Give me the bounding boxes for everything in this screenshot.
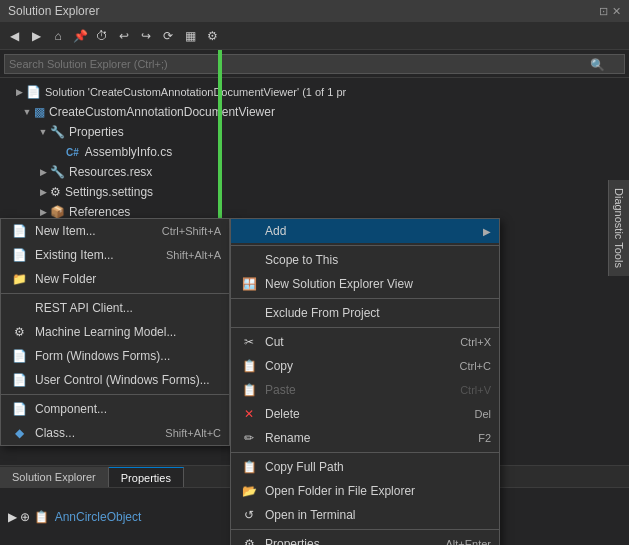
menu-item-scope-to-this[interactable]: Scope to This bbox=[231, 248, 499, 272]
new-se-view-icon: 🪟 bbox=[239, 277, 259, 291]
refresh-btn[interactable]: ⟳ bbox=[158, 26, 178, 46]
settings-icon: ⚙ bbox=[50, 185, 61, 199]
properties-shortcut: Alt+Enter bbox=[445, 538, 491, 545]
open-folder-label: Open Folder in File Explorer bbox=[265, 484, 491, 498]
separator bbox=[1, 394, 229, 395]
se-title: Solution Explorer bbox=[8, 4, 99, 18]
context-menu-left: 📄 New Item... Ctrl+Shift+A 📄 Existing It… bbox=[0, 218, 230, 446]
properties-icon: ⚙ bbox=[239, 537, 259, 545]
delete-shortcut: Del bbox=[474, 408, 491, 420]
menu-item-properties[interactable]: ⚙ Properties Alt+Enter bbox=[231, 532, 499, 545]
add-label: Add bbox=[265, 224, 475, 238]
rename-shortcut: F2 bbox=[478, 432, 491, 444]
menu-item-new-se-view[interactable]: 🪟 New Solution Explorer View bbox=[231, 272, 499, 296]
expand-icon: ▶ bbox=[12, 87, 26, 97]
folder-icon: 🔧 bbox=[50, 125, 65, 139]
menu-item-user-control[interactable]: 📄 User Control (Windows Forms)... bbox=[1, 368, 229, 392]
open-terminal-label: Open in Terminal bbox=[265, 508, 491, 522]
pin-icon[interactable]: ⊡ bbox=[599, 5, 608, 18]
menu-item-copy[interactable]: 📋 Copy Ctrl+C bbox=[231, 354, 499, 378]
tree-item[interactable]: ▼ ▩ CreateCustomAnnotationDocumentViewer bbox=[0, 102, 629, 122]
menu-item-add[interactable]: Add ▶ bbox=[231, 219, 499, 243]
redo-btn[interactable]: ↪ bbox=[136, 26, 156, 46]
tree-item[interactable]: ▶ ⚙ Settings.settings bbox=[0, 182, 629, 202]
menu-item-ml-model[interactable]: ⚙ Machine Learning Model... bbox=[1, 320, 229, 344]
view-btn[interactable]: ▦ bbox=[180, 26, 200, 46]
menu-item-new-folder[interactable]: 📁 New Folder bbox=[1, 267, 229, 291]
menu-item-rest-api[interactable]: REST API Client... bbox=[1, 296, 229, 320]
ml-icon: ⚙ bbox=[9, 325, 29, 339]
menu-item-windows-forms[interactable]: 📄 Form (Windows Forms)... bbox=[1, 344, 229, 368]
separator bbox=[231, 298, 499, 299]
tab-properties[interactable]: Properties bbox=[109, 467, 184, 487]
home-btn[interactable]: ⌂ bbox=[48, 26, 68, 46]
tree-item-label: References bbox=[69, 205, 130, 219]
new-se-view-label: New Solution Explorer View bbox=[265, 277, 491, 291]
tree-item[interactable]: ▼ 🔧 Properties bbox=[0, 122, 629, 142]
undo-btn[interactable]: ↩ bbox=[114, 26, 134, 46]
ann-circle-label: AnnCircleObject bbox=[55, 510, 142, 524]
existing-item-icon: 📄 bbox=[9, 248, 29, 262]
separator bbox=[231, 327, 499, 328]
references-icon: 📦 bbox=[50, 205, 65, 219]
close-icon[interactable]: ✕ bbox=[612, 5, 621, 18]
se-title-bar: Solution Explorer ⊡ ✕ bbox=[0, 0, 629, 22]
tree-item[interactable]: C# AssemblyInfo.cs bbox=[0, 142, 629, 162]
back-btn[interactable]: ◀ bbox=[4, 26, 24, 46]
rename-icon: ✏ bbox=[239, 431, 259, 445]
tree-item[interactable]: ▶ 📄 Solution 'CreateCustomAnnotationDocu… bbox=[0, 82, 629, 102]
forward-btn[interactable]: ▶ bbox=[26, 26, 46, 46]
tree-item-label: CreateCustomAnnotationDocumentViewer bbox=[49, 105, 275, 119]
separator bbox=[1, 293, 229, 294]
tree-item-label: Properties bbox=[69, 125, 124, 139]
menu-item-existing-item[interactable]: 📄 Existing Item... Shift+Alt+A bbox=[1, 243, 229, 267]
menu-item-open-terminal[interactable]: ↺ Open in Terminal bbox=[231, 503, 499, 527]
se-search-bar: 🔍 bbox=[0, 50, 629, 78]
expand-icon: ▼ bbox=[36, 127, 50, 137]
diagnostic-tools-label: Diagnostic Tools bbox=[613, 188, 625, 268]
tree-item-label: Solution 'CreateCustomAnnotationDocument… bbox=[45, 86, 346, 98]
submenu-arrow: ▶ bbox=[483, 226, 491, 237]
cut-label: Cut bbox=[265, 335, 444, 349]
rename-label: Rename bbox=[265, 431, 462, 445]
menu-item-exclude[interactable]: Exclude From Project bbox=[231, 301, 499, 325]
menu-item-delete[interactable]: ✕ Delete Del bbox=[231, 402, 499, 426]
cs-icon: C# bbox=[66, 147, 79, 158]
diagnostic-tools-tab[interactable]: Diagnostic Tools bbox=[608, 180, 629, 276]
paste-label: Paste bbox=[265, 383, 444, 397]
menu-item-cut[interactable]: ✂ Cut Ctrl+X bbox=[231, 330, 499, 354]
menu-item-component[interactable]: 📄 Component... bbox=[1, 397, 229, 421]
settings-btn[interactable]: ⚙ bbox=[202, 26, 222, 46]
windows-forms-label: Form (Windows Forms)... bbox=[35, 349, 221, 363]
expand-icon: ▶ bbox=[36, 167, 50, 177]
separator bbox=[231, 452, 499, 453]
menu-item-new-item[interactable]: 📄 New Item... Ctrl+Shift+A bbox=[1, 219, 229, 243]
component-icon: 📄 bbox=[9, 402, 29, 416]
paste-shortcut: Ctrl+V bbox=[460, 384, 491, 396]
search-input[interactable] bbox=[4, 54, 625, 74]
open-folder-icon: 📂 bbox=[239, 484, 259, 498]
rest-api-label: REST API Client... bbox=[35, 301, 221, 315]
tab-solution-explorer[interactable]: Solution Explorer bbox=[0, 467, 109, 487]
se-toolbar: ◀ ▶ ⌂ 📌 ⏱ ↩ ↪ ⟳ ▦ ⚙ bbox=[0, 22, 629, 50]
tree-item-label: Settings.settings bbox=[65, 185, 153, 199]
ml-model-label: Machine Learning Model... bbox=[35, 325, 221, 339]
exclude-label: Exclude From Project bbox=[265, 306, 491, 320]
properties-label: Properties bbox=[265, 537, 429, 545]
se-controls: ⊡ ✕ bbox=[599, 5, 621, 18]
paste-icon: 📋 bbox=[239, 383, 259, 397]
pin-btn[interactable]: 📌 bbox=[70, 26, 90, 46]
new-item-label: New Item... bbox=[35, 224, 146, 238]
class-shortcut: Shift+Alt+C bbox=[165, 427, 221, 439]
bottom-icons: ▶ ⊕ 📋 bbox=[8, 510, 49, 524]
menu-item-rename[interactable]: ✏ Rename F2 bbox=[231, 426, 499, 450]
menu-item-class[interactable]: ◆ Class... Shift+Alt+C bbox=[1, 421, 229, 445]
menu-item-copy-full-path[interactable]: 📋 Copy Full Path bbox=[231, 455, 499, 479]
menu-item-open-folder[interactable]: 📂 Open Folder in File Explorer bbox=[231, 479, 499, 503]
tree-item-label: AssemblyInfo.cs bbox=[85, 145, 172, 159]
context-menu-right: Add ▶ Scope to This 🪟 New Solution Explo… bbox=[230, 218, 500, 545]
timer-btn[interactable]: ⏱ bbox=[92, 26, 112, 46]
tree-item[interactable]: ▶ 🔧 Resources.resx bbox=[0, 162, 629, 182]
new-item-shortcut: Ctrl+Shift+A bbox=[162, 225, 221, 237]
separator bbox=[231, 529, 499, 530]
